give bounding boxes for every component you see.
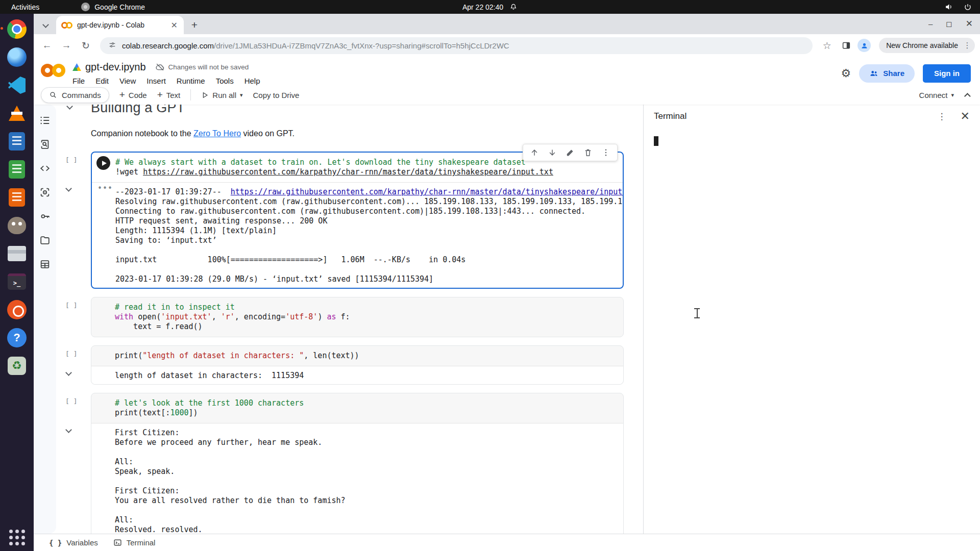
cell-run-placeholder[interactable]: [ ] bbox=[65, 397, 77, 405]
dock-libreoffice-impress-icon[interactable] bbox=[6, 187, 28, 208]
dock-show-apps-icon[interactable] bbox=[6, 527, 28, 548]
back-icon[interactable]: ← bbox=[39, 37, 55, 54]
collapse-output-icon[interactable] bbox=[65, 369, 72, 376]
menu-view[interactable]: View bbox=[119, 77, 136, 85]
menu-help[interactable]: Help bbox=[244, 77, 260, 85]
run-cell-button[interactable] bbox=[96, 156, 110, 170]
zero-to-hero-link[interactable]: Zero To Hero bbox=[193, 129, 241, 138]
collapse-header-icon[interactable] bbox=[964, 93, 971, 99]
cell-code-editor[interactable]: print("length of dataset in characters: … bbox=[91, 346, 623, 366]
dock-libreoffice-writer-icon[interactable] bbox=[6, 131, 28, 152]
sign-in-button[interactable]: Sign in bbox=[923, 64, 971, 83]
power-icon[interactable] bbox=[964, 3, 972, 11]
dock-terminal-icon[interactable]: >_ bbox=[6, 271, 28, 292]
find-replace-icon[interactable] bbox=[39, 139, 51, 150]
tab-title: gpt-dev.ipynb - Colab bbox=[77, 21, 165, 29]
menu-runtime[interactable]: Runtime bbox=[177, 77, 205, 85]
forward-icon[interactable]: → bbox=[58, 37, 75, 54]
output-options-icon[interactable]: ••• bbox=[97, 184, 113, 193]
cell-code-editor[interactable]: # read it in to inspect itwith open('inp… bbox=[91, 297, 623, 337]
add-text-button[interactable]: +Text bbox=[157, 89, 181, 101]
more-icon[interactable] bbox=[599, 146, 612, 159]
dock-vlc-icon[interactable] bbox=[6, 103, 28, 124]
settings-gear-icon[interactable]: ⚙ bbox=[841, 67, 851, 80]
variables-button[interactable]: { } Variables bbox=[49, 538, 98, 547]
dock-chrome-icon[interactable] bbox=[6, 18, 28, 40]
connect-button[interactable]: Connect▾ bbox=[919, 91, 954, 99]
drive-icon bbox=[72, 63, 81, 71]
move-up-icon[interactable] bbox=[528, 146, 541, 159]
dock-libreoffice-calc-icon[interactable] bbox=[6, 159, 28, 180]
dock-utility-icon[interactable]: ♻ bbox=[6, 355, 28, 377]
address-bar[interactable]: colab.research.google.com/drive/1JMLa53H… bbox=[100, 37, 813, 54]
files-folder-icon[interactable] bbox=[39, 235, 51, 246]
reload-icon[interactable]: ↻ bbox=[78, 37, 94, 54]
secrets-key-icon[interactable] bbox=[39, 211, 51, 222]
menu-edit[interactable]: Edit bbox=[95, 77, 109, 85]
run-all-dropdown-caret[interactable]: ▾ bbox=[240, 92, 243, 98]
cell-run-placeholder[interactable]: [ ] bbox=[65, 156, 77, 164]
edit-icon[interactable] bbox=[564, 146, 577, 159]
copy-to-drive-button[interactable]: Copy to Drive bbox=[253, 91, 300, 99]
dock-help-icon[interactable]: ? bbox=[6, 327, 28, 348]
browser-menu-icon[interactable]: ⋮ bbox=[963, 41, 972, 50]
table-icon[interactable] bbox=[39, 259, 51, 270]
menu-file[interactable]: File bbox=[72, 77, 85, 85]
window-minimize-button[interactable]: – bbox=[928, 19, 933, 28]
code-cell[interactable]: # We always start with a dataset to trai… bbox=[91, 152, 624, 289]
cell-run-placeholder[interactable]: [ ] bbox=[65, 350, 77, 358]
move-down-icon[interactable] bbox=[546, 146, 559, 159]
terminal-footer-button[interactable]: Terminal bbox=[113, 538, 156, 547]
profile-avatar[interactable] bbox=[857, 39, 871, 52]
code-cell[interactable]: # read it in to inspect itwith open('inp… bbox=[91, 297, 624, 337]
terminal-cursor bbox=[654, 136, 658, 146]
delete-icon[interactable] bbox=[581, 146, 595, 159]
clock[interactable]: Apr 22 02:40 bbox=[462, 3, 503, 11]
tab-search-icon[interactable] bbox=[38, 17, 53, 34]
connect-dropdown-caret[interactable]: ▾ bbox=[951, 92, 954, 98]
menu-bar: FileEditViewInsertRuntimeToolsHelp bbox=[72, 77, 260, 85]
code-cell[interactable]: print("length of dataset in characters: … bbox=[91, 345, 624, 385]
dock-gimp-icon[interactable] bbox=[6, 215, 28, 236]
tab-close-icon[interactable]: ✕ bbox=[170, 20, 179, 30]
code-cell[interactable]: # let's look at the first 1000 character… bbox=[91, 393, 624, 534]
terminal-body[interactable] bbox=[644, 128, 980, 534]
window-close-button[interactable]: ✕ bbox=[966, 18, 973, 29]
dock-vscode-icon[interactable] bbox=[6, 74, 28, 96]
notifications-bell-icon[interactable] bbox=[509, 3, 518, 11]
dock-files-icon[interactable] bbox=[6, 243, 28, 264]
section-collapse-icon[interactable] bbox=[66, 105, 73, 110]
code-snippets-icon[interactable] bbox=[39, 163, 51, 174]
terminal-menu-icon[interactable]: ⋮ bbox=[938, 111, 946, 122]
add-code-button[interactable]: +Code bbox=[119, 89, 147, 101]
commands-button[interactable]: Commands bbox=[41, 87, 109, 103]
volume-icon[interactable] bbox=[945, 3, 953, 11]
run-all-button[interactable]: Run all ▾ bbox=[201, 91, 242, 99]
plus-icon: + bbox=[157, 89, 163, 101]
notebook-filename[interactable]: gpt-dev.ipynb bbox=[85, 61, 146, 73]
menu-tools[interactable]: Tools bbox=[216, 77, 234, 85]
chrome-update-button[interactable]: New Chrome available ⋮ bbox=[879, 38, 975, 53]
share-button[interactable]: Share bbox=[859, 64, 915, 83]
cell-code-editor[interactable]: # let's look at the first 1000 character… bbox=[91, 393, 623, 423]
dock-blue-app-icon[interactable] bbox=[6, 46, 28, 68]
notebook-area: Building a GPT Companion notebook to the… bbox=[56, 105, 643, 534]
site-settings-icon[interactable] bbox=[108, 41, 116, 51]
browser-tab[interactable]: gpt-dev.ipynb - Colab ✕ bbox=[56, 16, 184, 34]
terminal-close-icon[interactable]: ✕ bbox=[961, 111, 970, 122]
colab-logo[interactable] bbox=[41, 63, 67, 80]
side-panel-icon[interactable] bbox=[838, 37, 854, 54]
scan-icon[interactable] bbox=[39, 187, 51, 198]
collapse-output-icon[interactable] bbox=[65, 185, 72, 192]
new-tab-button[interactable]: + bbox=[187, 17, 202, 33]
focused-app-indicator[interactable]: Google Chrome bbox=[81, 3, 145, 11]
menu-insert[interactable]: Insert bbox=[146, 77, 166, 85]
toc-icon[interactable] bbox=[39, 115, 51, 126]
bookmark-star-icon[interactable]: ☆ bbox=[819, 37, 835, 54]
cell-row: [ ]# We always start with a dataset to t… bbox=[64, 152, 643, 289]
collapse-output-icon[interactable] bbox=[65, 427, 72, 433]
activities-button[interactable]: Activities bbox=[11, 3, 39, 11]
dock-software-center-icon[interactable] bbox=[6, 299, 28, 320]
cell-run-placeholder[interactable]: [ ] bbox=[65, 302, 77, 309]
window-maximize-button[interactable]: ◻ bbox=[946, 19, 952, 29]
